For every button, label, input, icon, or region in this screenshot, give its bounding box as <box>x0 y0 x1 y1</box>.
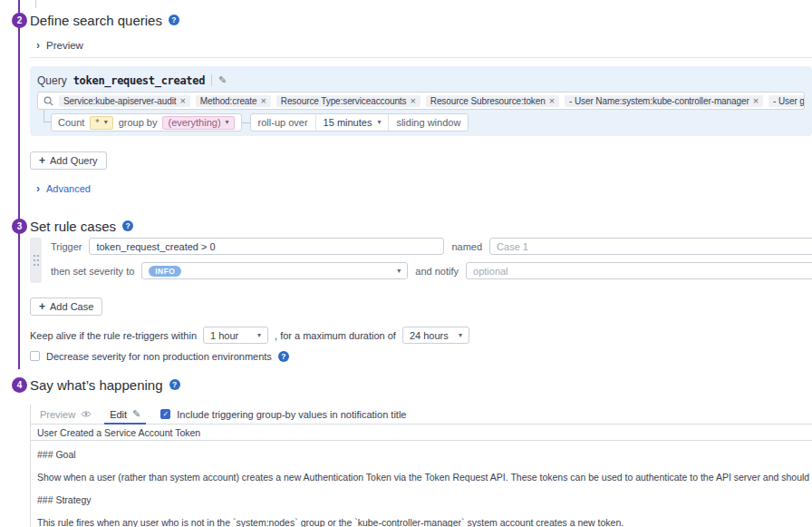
step-number-badge: 4 <box>12 377 27 393</box>
remove-filter-icon[interactable]: × <box>753 96 759 106</box>
query-search-input[interactable]: Service:kube-apiserver-audit × Method:cr… <box>37 92 805 110</box>
query-card: Query token_request_created ✎ Service:ku… <box>30 66 812 136</box>
section-define-search-queries: 2 Define search queries ? <box>30 12 812 28</box>
notification-editor: Preview Edit ✎ ✓ Include triggering grou… <box>30 405 812 527</box>
count-value: * <box>95 117 99 128</box>
section-title: Say what’s happening <box>30 377 163 393</box>
filter-tag[interactable]: Resource Subresource:token × <box>426 95 559 107</box>
drag-handle[interactable] <box>30 238 42 283</box>
caret-down-icon: ▾ <box>226 119 229 126</box>
editor-tabbar: Preview Edit ✎ ✓ Include triggering grou… <box>31 405 812 425</box>
help-icon[interactable]: ? <box>169 15 179 25</box>
keep-alive-prefix: Keep alive if the rule re-triggers withi… <box>30 330 197 341</box>
help-icon[interactable]: ? <box>169 379 180 390</box>
pencil-icon: ✎ <box>132 409 140 419</box>
rollup-window-dropdown[interactable]: 15 minutes ▾ <box>315 114 389 131</box>
filter-tag[interactable]: - User Name:system:kube-controller-manag… <box>565 95 763 107</box>
section-title: Set rule cases <box>30 219 116 234</box>
preview-toggle[interactable]: › Preview <box>36 39 812 51</box>
add-query-label: Add Query <box>50 155 98 166</box>
keep-alive-row: Keep alive if the rule re-triggers withi… <box>30 327 812 344</box>
case-name-input[interactable] <box>489 238 812 255</box>
filter-tag[interactable]: Method:create × <box>196 95 271 107</box>
caret-down-icon: ▾ <box>459 332 462 339</box>
tab-preview[interactable]: Preview <box>31 405 101 424</box>
include-groupby-label: Include triggering group-by values in no… <box>177 409 406 420</box>
keep-alive-window-value: 1 hour <box>210 330 238 341</box>
section-set-rule-cases: 3 Set rule cases ? <box>30 218 812 234</box>
filter-tag[interactable]: Resource Type:serviceaccounts × <box>276 95 420 107</box>
decrease-severity-row: Decrease severity for non production env… <box>30 350 812 362</box>
caret-down-icon: ▾ <box>257 332 261 339</box>
filter-tag-label: Resource Type:serviceaccounts <box>281 96 407 106</box>
section-say-whats-happening: 4 Say what’s happening ? <box>30 376 812 393</box>
count-value-dropdown[interactable]: * ▾ <box>90 116 112 130</box>
step-number-badge: 3 <box>12 219 27 234</box>
include-groupby-checkbox[interactable]: ✓ <box>160 409 170 419</box>
named-label: named <box>451 241 482 252</box>
severity-dropdown[interactable]: INFO ▾ <box>141 262 408 279</box>
caret-down-icon: ▾ <box>104 119 108 126</box>
group-by-dropdown[interactable]: (everything) ▾ <box>162 116 234 130</box>
max-duration-dropdown[interactable]: 24 hours ▾ <box>402 327 469 344</box>
max-duration-value: 24 hours <box>410 330 449 341</box>
help-icon[interactable]: ? <box>122 220 133 231</box>
filter-tag-label: Resource Subresource:token <box>430 96 546 106</box>
add-query-button[interactable]: + Add Query <box>30 151 107 170</box>
trigger-query-input[interactable] <box>89 238 444 255</box>
message-line: Show when a user (rather than system acc… <box>37 472 812 483</box>
count-label: Count <box>58 117 84 128</box>
help-icon[interactable]: ? <box>278 351 289 362</box>
filter-tag-label: - User Name:system:kube-controller-manag… <box>569 96 749 106</box>
plus-icon: + <box>39 155 45 166</box>
measure-row: Count * ▾ group by (everything) ▾ roll-u… <box>44 113 805 132</box>
connector-elbow <box>44 110 51 122</box>
decrease-severity-checkbox[interactable] <box>30 351 40 361</box>
rollup-window-value: 15 minutes <box>324 117 372 128</box>
chevron-right-icon: › <box>36 182 40 194</box>
remove-filter-icon[interactable]: × <box>410 96 415 106</box>
tab-preview-label: Preview <box>40 409 75 420</box>
trigger-label: Trigger <box>51 241 82 252</box>
advanced-label: Advanced <box>46 183 91 194</box>
check-icon: ✓ <box>162 410 169 418</box>
step-progress-rail <box>18 0 20 369</box>
message-line: ### Goal <box>37 449 812 461</box>
notification-title-value: User Created a Service Account Token <box>37 427 200 438</box>
add-case-label: Add Case <box>50 301 93 312</box>
notification-body-textarea[interactable]: ### Goal Show when a user (rather than s… <box>31 441 812 527</box>
notification-title-input[interactable]: User Created a Service Account Token <box>31 425 812 441</box>
notify-input[interactable] <box>466 262 812 279</box>
severity-label: then set severity to <box>51 266 134 277</box>
group-by-label: group by <box>119 117 158 128</box>
section-title: Define search queries <box>30 13 162 28</box>
search-icon <box>44 96 53 106</box>
include-groupby-row: ✓ Include triggering group-by values in … <box>160 409 406 420</box>
query-name: token_request_created <box>73 74 205 87</box>
query-label: Query <box>37 74 67 87</box>
notify-label: and notify <box>415 266 459 277</box>
separator <box>211 74 212 86</box>
remove-filter-icon[interactable]: × <box>260 96 266 106</box>
decrease-severity-label: Decrease severity for non production env… <box>46 351 272 362</box>
rollup-control: roll-up over 15 minutes ▾ sliding window <box>250 113 469 132</box>
keep-alive-window-dropdown[interactable]: 1 hour ▾ <box>203 327 268 344</box>
count-control: Count * ▾ group by (everything) ▾ <box>51 113 242 132</box>
sliding-window-label: sliding window <box>388 114 468 131</box>
filter-tag[interactable]: - User groups:system:nodes × <box>768 95 805 107</box>
keep-alive-mid: , for a maximum duration of <box>275 330 396 341</box>
rule-case-row: Trigger named then set severity to INFO … <box>30 238 812 283</box>
tab-edit[interactable]: Edit ✎ <box>101 405 150 424</box>
add-case-button[interactable]: + Add Case <box>30 298 102 316</box>
filter-tag[interactable]: Service:kube-apiserver-audit × <box>59 95 190 107</box>
advanced-toggle[interactable]: › Advanced <box>36 182 812 194</box>
remove-filter-icon[interactable]: × <box>549 96 555 106</box>
tab-edit-label: Edit <box>110 409 127 420</box>
connector-dash <box>242 122 250 123</box>
remove-filter-icon[interactable]: × <box>179 96 185 106</box>
edit-query-name-icon[interactable]: ✎ <box>218 75 227 85</box>
eye-icon <box>81 410 92 418</box>
caret-down-icon: ▾ <box>397 268 401 275</box>
divider-stub <box>35 0 36 8</box>
rollup-label: roll-up over <box>251 114 315 131</box>
